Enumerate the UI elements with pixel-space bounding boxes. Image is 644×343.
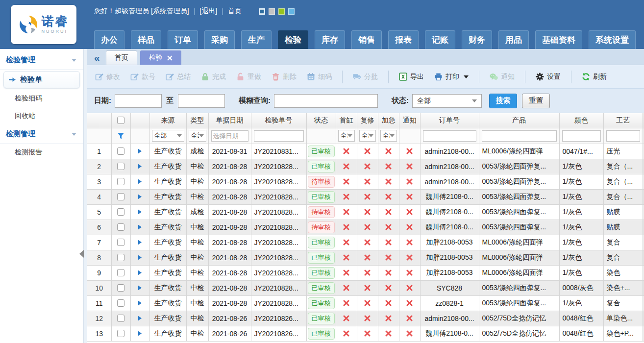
page-tab-首页[interactable]: 首页 xyxy=(106,50,137,65)
fuzzy-search-input[interactable] xyxy=(274,94,378,108)
nav-tab-库存[interactable]: 库存 xyxy=(315,30,345,49)
column-filter-select-first-vat[interactable]: 全部 xyxy=(338,130,355,142)
nav-tab-系统设置[interactable]: 系统设置 xyxy=(589,30,636,49)
table-row[interactable]: 9生产收货中检2021-08-28JY20210828...已审核加胖2108-… xyxy=(87,265,644,280)
sidebar-section-title[interactable]: 检验管理 xyxy=(0,51,83,70)
expand-row-icon[interactable] xyxy=(131,164,149,169)
expand-row-icon[interactable] xyxy=(131,194,149,199)
column-filter-input-no[interactable] xyxy=(254,130,304,142)
theme-swatch[interactable] xyxy=(288,8,295,15)
expand-row-icon[interactable] xyxy=(131,148,149,154)
expand-row-icon[interactable] xyxy=(131,285,149,291)
date-from-input[interactable] xyxy=(115,94,162,108)
nav-tab-采购[interactable]: 采购 xyxy=(204,30,235,49)
nav-tab-办公[interactable]: 办公 xyxy=(94,30,124,49)
column-filter-select-urgent[interactable]: 全部 xyxy=(380,130,397,142)
expand-row-icon[interactable] xyxy=(131,179,149,184)
status-select[interactable]: 全部 xyxy=(412,94,482,108)
theme-swatch[interactable] xyxy=(278,8,285,15)
nav-tab-生产[interactable]: 生产 xyxy=(241,30,272,49)
row-checkbox[interactable] xyxy=(117,163,124,170)
section-title-label: 检验管理 xyxy=(6,55,35,65)
nav-tab-用品[interactable]: 用品 xyxy=(498,30,529,49)
nav-tab-基础资料[interactable]: 基础资料 xyxy=(535,30,582,49)
top-header: 诺睿 NUORUI 您好！超级管理员 [系统管理员] | [退出] | 首页 办… xyxy=(0,0,644,49)
column-filter-select-rework[interactable]: 全部 xyxy=(359,130,376,142)
table-row[interactable]: 8生产收货中检2021-08-28JY20210828...已审核加胖2108-… xyxy=(87,250,644,265)
column-filter-select-source[interactable]: 全部 xyxy=(152,130,184,142)
toolbar-button-设置[interactable]: 设置 xyxy=(536,73,561,81)
column-filter-select-type[interactable]: 全部 xyxy=(189,130,206,142)
cell-process: 贴膜 xyxy=(603,204,643,220)
table-row[interactable]: 4生产收货中检2021-08-28JY20210828...已审核魏川傅2108… xyxy=(87,189,644,204)
toolbar-button-刷新[interactable]: 刷新 xyxy=(582,73,607,81)
expand-row-icon[interactable] xyxy=(131,209,149,215)
date-to-input[interactable] xyxy=(178,94,225,108)
column-filter-input-product[interactable] xyxy=(482,130,557,142)
expand-row-icon[interactable] xyxy=(131,300,149,306)
toolbar-button-打印[interactable]: 打印 xyxy=(434,73,469,81)
row-checkbox[interactable] xyxy=(117,254,124,261)
table-row[interactable]: 7生产收货中检2021-08-28JY20210828...已审核加胖2108-… xyxy=(87,235,644,250)
tab-scroll-left-icon[interactable]: « xyxy=(94,52,100,63)
row-checkbox[interactable] xyxy=(117,284,124,292)
row-checkbox[interactable] xyxy=(117,299,124,307)
collapse-sidebar-icon[interactable] xyxy=(79,250,84,258)
row-checkbox[interactable] xyxy=(117,178,124,185)
nav-tab-订单[interactable]: 订单 xyxy=(168,30,198,49)
table-row[interactable]: 10生产收货中检2021-08-28JY20210828...已审核SYC828… xyxy=(87,280,644,295)
select-all-checkbox[interactable] xyxy=(117,117,124,124)
cell-date: 2021-08-31 xyxy=(208,144,251,159)
column-filter-input-order[interactable] xyxy=(423,130,476,142)
row-checkbox[interactable] xyxy=(117,315,124,322)
expand-row-icon[interactable] xyxy=(131,316,149,321)
table-row[interactable]: 3生产收货中检2021-08-28JY20210828...待审核admin21… xyxy=(87,174,644,189)
logout-link[interactable]: [退出] xyxy=(199,7,217,16)
expand-row-icon[interactable] xyxy=(131,255,149,260)
row-checkbox[interactable] xyxy=(117,208,124,216)
greeting-text: 您好！超级管理员 [系统管理员] xyxy=(94,7,189,16)
cell-type: 中检 xyxy=(186,159,208,174)
sidebar-item-检验单[interactable]: 检验单 xyxy=(3,71,80,88)
page-tab-检验[interactable]: 检验 xyxy=(140,50,181,65)
row-checkbox[interactable] xyxy=(117,223,124,231)
expand-row-icon[interactable] xyxy=(131,224,149,230)
nav-tab-样品[interactable]: 样品 xyxy=(131,30,161,49)
column-filter-input-color[interactable] xyxy=(562,130,601,142)
close-tab-icon[interactable] xyxy=(167,55,173,61)
column-filter-input-process[interactable] xyxy=(606,130,640,142)
table-row[interactable]: 5生产收货成检2021-08-28JY20210828...待审核魏川傅2108… xyxy=(87,204,644,220)
expand-row-icon[interactable] xyxy=(131,331,149,336)
row-checkbox[interactable] xyxy=(117,147,124,155)
row-checkbox[interactable] xyxy=(117,239,124,246)
table-row[interactable]: 2生产收货中检2021-08-28JY20210828...已审核admin21… xyxy=(87,159,644,174)
row-checkbox[interactable] xyxy=(117,269,124,276)
nav-tab-报表[interactable]: 报表 xyxy=(388,30,419,49)
expand-row-icon[interactable] xyxy=(131,270,149,275)
nav-tab-检验[interactable]: 检验 xyxy=(278,30,308,49)
table-row[interactable]: 13生产收货中检2021-08-26JY20210826...已审核魏川傅210… xyxy=(87,326,644,341)
filter-funnel-icon[interactable] xyxy=(112,132,130,140)
nav-tab-销售[interactable]: 销售 xyxy=(351,30,382,49)
nav-tab-记账[interactable]: 记账 xyxy=(425,30,455,49)
theme-swatch[interactable] xyxy=(259,8,265,15)
row-checkbox[interactable] xyxy=(117,330,124,337)
sidebar-splitter[interactable] xyxy=(83,49,87,343)
reset-button[interactable]: 重置 xyxy=(522,94,550,108)
table-row[interactable]: 1生产收货成检2021-08-31JY20210831...已审核admin21… xyxy=(87,144,644,159)
table-row[interactable]: 11生产收货中检2021-08-28JY20210828...已审核zz0828… xyxy=(87,295,644,311)
search-button[interactable]: 搜索 xyxy=(489,94,517,108)
toolbar-button-导出[interactable]: 导出 xyxy=(399,73,424,81)
sidebar-section-title[interactable]: 检测管理 xyxy=(0,125,83,144)
nav-tab-财务[interactable]: 财务 xyxy=(462,30,492,49)
sidebar-item-检测报告[interactable]: 检测报告 xyxy=(0,144,83,161)
column-filter-date-input[interactable] xyxy=(211,130,248,142)
sidebar-item-回收站[interactable]: 回收站 xyxy=(0,107,83,125)
expand-row-icon[interactable] xyxy=(131,240,149,245)
home-link[interactable]: 首页 xyxy=(228,7,242,16)
table-row[interactable]: 12生产收货中检2021-08-26JY20210826...已审核admin2… xyxy=(87,311,644,326)
table-row[interactable]: 6生产收货中检2021-08-28JY20210828...待审核魏川傅2108… xyxy=(87,220,644,235)
sidebar-item-检验细码[interactable]: 检验细码 xyxy=(0,90,83,107)
row-checkbox[interactable] xyxy=(117,193,124,200)
theme-swatch[interactable] xyxy=(269,8,275,15)
